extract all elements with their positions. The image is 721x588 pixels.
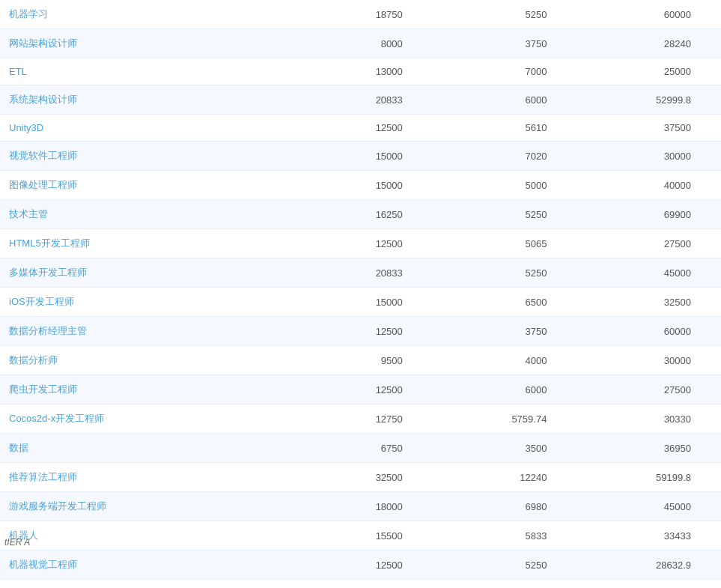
table-row: 游戏服务端开发工程师18000698045000: [0, 492, 721, 521]
table-container: 机器学习18750525060000网站架构设计师8000375028240ET…: [0, 0, 721, 580]
cell-min: 5065: [433, 229, 577, 258]
cell-min: 7000: [433, 58, 577, 85]
cell-name: HTML5开发工程师: [0, 229, 288, 258]
cell-avg: 20833: [288, 85, 433, 115]
cell-min: 6500: [433, 288, 577, 317]
cell-name: 游戏服务端开发工程师: [0, 492, 288, 521]
cell-max: 28632.9: [577, 551, 721, 580]
cell-avg: 12500: [288, 317, 433, 346]
cell-avg: 18750: [288, 0, 433, 29]
cell-min: 5759.74: [433, 404, 577, 434]
cell-name: 图像处理工程师: [0, 171, 288, 200]
cell-min: 3500: [433, 434, 577, 463]
cell-name: 网站架构设计师: [0, 29, 288, 58]
cell-max: 45000: [577, 492, 721, 521]
cell-max: 27500: [577, 375, 721, 404]
cell-avg: 15000: [288, 288, 433, 317]
cell-avg: 8000: [288, 29, 433, 58]
tier-label: tIER A: [4, 537, 30, 548]
cell-max: 45000: [577, 258, 721, 288]
cell-max: 52999.8: [577, 85, 721, 115]
table-row: 爬虫开发工程师12500600027500: [0, 375, 721, 404]
cell-min: 5250: [433, 200, 577, 229]
cell-max: 69900: [577, 200, 721, 229]
cell-avg: 9500: [288, 346, 433, 375]
cell-name: ETL: [0, 58, 288, 85]
cell-max: 27500: [577, 229, 721, 258]
cell-name: Cocos2d-x开发工程师: [0, 404, 288, 434]
table-row: 机器视觉工程师12500525028632.9: [0, 551, 721, 580]
table-row: 机器学习18750525060000: [0, 0, 721, 29]
cell-max: 60000: [577, 317, 721, 346]
cell-name: 技术主管: [0, 200, 288, 229]
table-row: iOS开发工程师15000650032500: [0, 288, 721, 317]
cell-avg: 12500: [288, 375, 433, 404]
cell-avg: 12500: [288, 551, 433, 580]
cell-avg: 15000: [288, 142, 433, 171]
cell-name: 机器人: [0, 521, 288, 551]
cell-name: 推荐算法工程师: [0, 463, 288, 492]
cell-name: 数据分析经理主管: [0, 317, 288, 346]
cell-max: 33433: [577, 521, 721, 551]
table-row: Unity3D12500561037500: [0, 115, 721, 142]
cell-min: 3750: [433, 317, 577, 346]
cell-name: 数据: [0, 434, 288, 463]
cell-name: 数据分析师: [0, 346, 288, 375]
cell-max: 30000: [577, 142, 721, 171]
table-row: 多媒体开发工程师20833525045000: [0, 258, 721, 288]
cell-min: 5250: [433, 258, 577, 288]
cell-name: 视觉软件工程师: [0, 142, 288, 171]
cell-avg: 32500: [288, 463, 433, 492]
cell-min: 12240: [433, 463, 577, 492]
cell-min: 5000: [433, 171, 577, 200]
cell-max: 28240: [577, 29, 721, 58]
cell-avg: 12500: [288, 229, 433, 258]
cell-avg: 12750: [288, 404, 433, 434]
cell-min: 6980: [433, 492, 577, 521]
cell-name: Unity3D: [0, 115, 288, 142]
cell-max: 59199.8: [577, 463, 721, 492]
cell-name: 爬虫开发工程师: [0, 375, 288, 404]
cell-min: 3750: [433, 29, 577, 58]
cell-max: 30330: [577, 404, 721, 434]
table-row: ETL13000700025000: [0, 58, 721, 85]
table-row: 技术主管16250525069900: [0, 200, 721, 229]
cell-name: 系统架构设计师: [0, 85, 288, 115]
cell-avg: 15000: [288, 171, 433, 200]
cell-avg: 18000: [288, 492, 433, 521]
table-row: 数据6750350036950: [0, 434, 721, 463]
cell-avg: 16250: [288, 200, 433, 229]
cell-name: 机器学习: [0, 0, 288, 29]
data-table: 机器学习18750525060000网站架构设计师8000375028240ET…: [0, 0, 721, 580]
table-row: 系统架构设计师20833600052999.8: [0, 85, 721, 115]
cell-avg: 13000: [288, 58, 433, 85]
cell-name: 机器视觉工程师: [0, 551, 288, 580]
cell-min: 5610: [433, 115, 577, 142]
cell-avg: 12500: [288, 115, 433, 142]
table-row: 推荐算法工程师325001224059199.8: [0, 463, 721, 492]
cell-max: 40000: [577, 171, 721, 200]
cell-min: 5250: [433, 0, 577, 29]
table-row: Cocos2d-x开发工程师127505759.7430330: [0, 404, 721, 434]
cell-min: 6000: [433, 375, 577, 404]
table-row: 数据分析师9500400030000: [0, 346, 721, 375]
table-row: 机器人15500583333433: [0, 521, 721, 551]
cell-max: 32500: [577, 288, 721, 317]
cell-min: 5833: [433, 521, 577, 551]
cell-name: iOS开发工程师: [0, 288, 288, 317]
cell-max: 25000: [577, 58, 721, 85]
cell-max: 37500: [577, 115, 721, 142]
cell-min: 6000: [433, 85, 577, 115]
cell-avg: 15500: [288, 521, 433, 551]
cell-max: 36950: [577, 434, 721, 463]
table-row: 网站架构设计师8000375028240: [0, 29, 721, 58]
cell-name: 多媒体开发工程师: [0, 258, 288, 288]
cell-avg: 20833: [288, 258, 433, 288]
table-row: 数据分析经理主管12500375060000: [0, 317, 721, 346]
cell-min: 5250: [433, 551, 577, 580]
cell-max: 30000: [577, 346, 721, 375]
cell-avg: 6750: [288, 434, 433, 463]
cell-max: 60000: [577, 0, 721, 29]
cell-min: 4000: [433, 346, 577, 375]
cell-min: 7020: [433, 142, 577, 171]
